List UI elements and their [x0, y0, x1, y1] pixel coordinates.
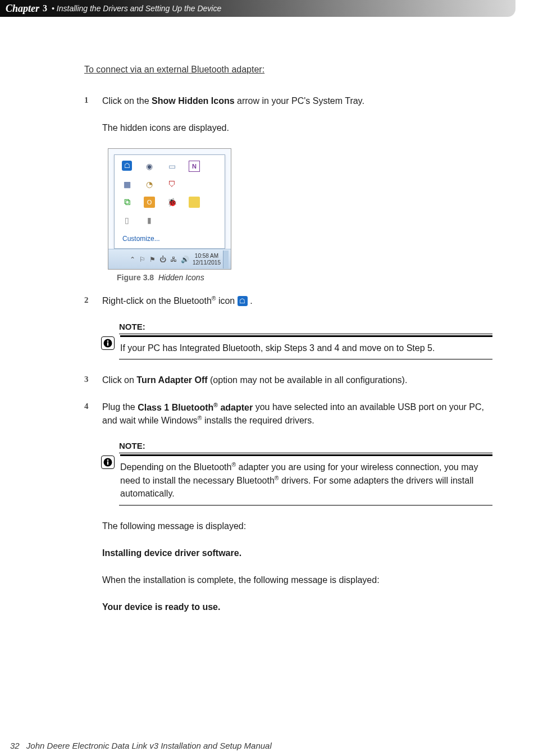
onenote-icon: N: [189, 161, 200, 172]
page-number: 32: [10, 741, 20, 750]
device-manager-icon: ▦: [121, 179, 133, 190]
step-3: 3 Click on Turn Adapter Off (option may …: [84, 374, 492, 386]
chapter-title: • Installing the Drivers and Setting Up …: [52, 4, 221, 13]
step-body: Click on the Show Hidden Icons arrow in …: [102, 94, 492, 107]
manual-title: John Deere Electronic Data Link v3 Insta…: [26, 741, 272, 750]
step-body: Click on Turn Adapter Off (option may no…: [102, 374, 492, 386]
network-icon[interactable]: 🖧: [170, 256, 177, 263]
volume-icon[interactable]: 🔊: [181, 256, 189, 263]
svg-point-5: [107, 459, 109, 461]
info-icon: [101, 336, 115, 350]
app-icon: O: [144, 197, 155, 208]
svg-rect-4: [107, 462, 108, 465]
step-4: 4 Plug the Class 1 Bluetooth® adapter yo…: [84, 400, 492, 427]
monitor-icon: ▭: [166, 161, 177, 172]
clock[interactable]: 10:58 AM 12/11/2015: [193, 253, 221, 266]
note-1: NOTE: If your PC has Integrated Bluetoot…: [102, 322, 492, 359]
power-icon[interactable]: ⏻: [159, 256, 166, 263]
chevron-icon[interactable]: ⌃: [130, 256, 135, 263]
step-2: 2 Right-click on the Bluetooth® icon ☖ .: [84, 294, 492, 308]
figure-caption: Figure 3.8 Hidden Icons: [117, 273, 492, 282]
document-icon: ▯: [121, 215, 133, 226]
action-center-icon[interactable]: ⚐: [139, 256, 145, 263]
globe-icon: ◉: [144, 161, 155, 172]
message-intro-2: When the installation is complete, the f…: [102, 573, 492, 586]
schedule-icon: ◔: [144, 179, 155, 190]
ladybug-icon: 🐞: [166, 197, 177, 208]
show-desktop-button[interactable]: [223, 251, 229, 268]
svg-point-2: [107, 340, 109, 342]
bluetooth-icon: ☖: [238, 296, 248, 306]
flag-icon[interactable]: ⚑: [149, 256, 156, 263]
step-number: 4: [84, 400, 102, 427]
app-icon2: [189, 197, 200, 208]
note-body: Depending on the Bluetooth® adapter you …: [120, 456, 492, 500]
chapter-header: Chapter 3 • Installing the Drivers and S…: [0, 0, 515, 17]
message-intro-1: The following message is displayed:: [102, 520, 492, 532]
message-2: Your device is ready to use.: [102, 600, 492, 613]
step-number: 2: [84, 294, 102, 308]
section-heading: To connect via an external Bluetooth ada…: [84, 65, 492, 75]
customize-link[interactable]: Customize...: [119, 233, 220, 245]
step-1-sub: The hidden icons are displayed.: [102, 121, 492, 134]
message-1: Installing device driver software.: [102, 546, 492, 559]
chapter-word: Chapter: [6, 3, 39, 15]
note-body: If your PC has Integrated Bluetooth, ski…: [120, 337, 492, 354]
note-2: NOTE: Depending on the Bluetooth® adapte…: [102, 441, 492, 505]
tablet-icon: ▮: [144, 215, 155, 226]
step-body: Right-click on the Bluetooth® icon ☖ .: [102, 294, 492, 308]
chapter-number: 3: [43, 3, 47, 13]
shield-icon: ⛉: [166, 179, 177, 190]
step-number: 1: [84, 94, 102, 107]
bluetooth-icon: ☖: [121, 161, 133, 172]
note-label: NOTE:: [102, 322, 492, 334]
taskbar: ⌃ ⚐ ⚑ ⏻ 🖧 🔊 10:58 AM 12/11/2015: [108, 249, 231, 269]
note-label: NOTE:: [102, 441, 492, 453]
figure-3-8: ☖ ◉ ▭ N ▦ ◔ ⛉ ⧉ O 🐞: [108, 148, 492, 282]
svg-rect-1: [107, 342, 108, 345]
page-content: To connect via an external Bluetooth ada…: [0, 17, 543, 613]
info-icon: [101, 456, 115, 469]
network-icon: ⧉: [121, 197, 133, 208]
step-body: Plug the Class 1 Bluetooth® adapter you …: [102, 400, 492, 427]
step-number: 3: [84, 374, 102, 386]
page-footer: 32 John Deere Electronic Data Link v3 In…: [10, 741, 272, 750]
hidden-icons-screenshot: ☖ ◉ ▭ N ▦ ◔ ⛉ ⧉ O 🐞: [108, 148, 231, 270]
step-1: 1 Click on the Show Hidden Icons arrow i…: [84, 94, 492, 107]
